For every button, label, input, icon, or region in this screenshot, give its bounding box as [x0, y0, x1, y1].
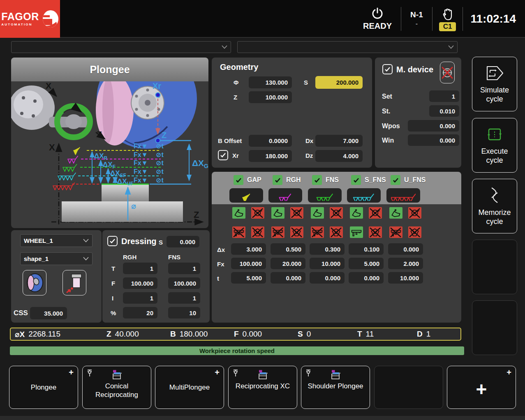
fns-dx-field[interactable]: 0.300 — [310, 243, 345, 255]
dresser-icon-button[interactable] — [62, 270, 86, 295]
dressing-t-label: T — [111, 265, 115, 272]
check-icon — [275, 178, 281, 183]
gap-checkbox[interactable] — [234, 175, 243, 185]
rgh-fx-field[interactable]: 20.000 — [271, 258, 305, 269]
s-field[interactable]: 200.000 — [315, 76, 363, 89]
cycle-button-plongee[interactable]: + Plongee — [9, 366, 78, 409]
u-fns-checkbox[interactable] — [391, 175, 400, 185]
program-select-combo[interactable] — [237, 41, 458, 53]
fns-gauge-off-button[interactable] — [330, 226, 343, 238]
chevron-down-icon — [83, 257, 89, 261]
xr-point-label: Xr — [153, 81, 161, 90]
u-fns-dx-field[interactable]: 0.000 — [388, 243, 423, 255]
s-fns-caliper-on-button[interactable] — [350, 226, 363, 238]
roughness-4-icon — [354, 194, 374, 201]
b-offset-field[interactable]: 0.0000 — [249, 135, 292, 147]
measuring-device-disabled-button[interactable] — [440, 62, 455, 83]
dressing-checkbox[interactable] — [107, 236, 118, 246]
passes-header: GAP RGH FNS S_FNS U_FNS — [212, 172, 461, 204]
shape-select-combo[interactable]: shape_1 — [20, 252, 93, 265]
fns-wheel-off-button[interactable] — [330, 207, 343, 219]
s-fns-symbol-button[interactable] — [347, 188, 381, 203]
xr-field[interactable]: 180.000 — [249, 150, 292, 162]
passes-panel: GAP RGH FNS S_FNS U_FNS — [212, 172, 461, 323]
rgh-gauge-off-button[interactable] — [290, 226, 303, 238]
z-field[interactable]: 100.000 — [249, 91, 292, 103]
wheel-select-combo[interactable]: WHEEL_1 — [20, 234, 93, 247]
gap-gauge-off-button[interactable] — [251, 226, 264, 238]
s-fns-dx-field[interactable]: 0.100 — [349, 243, 384, 255]
memorize-cycle-button[interactable]: Memorize cycle — [472, 179, 517, 233]
dx-field[interactable]: 7.000 — [315, 135, 363, 147]
css-field[interactable]: 35.000 — [30, 307, 67, 319]
cycle-select-combo[interactable] — [11, 41, 231, 53]
rgh-checkbox[interactable] — [273, 175, 282, 185]
wpos-field[interactable]: 0.000 — [408, 120, 459, 132]
s-fns-dresser-on-button[interactable] — [350, 207, 363, 219]
phi-field[interactable]: 130.000 — [249, 76, 292, 88]
axis-x-label: X — [49, 142, 55, 152]
cycle-button-multiplongee[interactable]: + MultiPlongee — [155, 366, 224, 409]
u-fns-symbol-button[interactable] — [386, 188, 420, 203]
fns-caliper-off-button[interactable] — [311, 226, 324, 238]
cycle-button-conical-reciprocating[interactable]: Conical Reciprocating — [82, 366, 151, 409]
win-field[interactable]: 0.000 — [408, 134, 459, 146]
gap-caliper-off-button[interactable] — [232, 226, 245, 238]
u-fns-t-field[interactable]: 10.000 — [388, 272, 423, 284]
st-field[interactable]: 0.010 — [429, 105, 459, 117]
cycle-button-shoulder-plongee[interactable]: Shoulder Plongee — [301, 366, 370, 409]
rgh-caliper-off-button[interactable] — [271, 226, 284, 238]
rgh-t-field[interactable]: 0.000 — [271, 272, 305, 284]
dressing-t-rgh-field[interactable]: 1 — [123, 263, 157, 274]
gap-wheel-off-button[interactable] — [251, 207, 264, 219]
wheel-icon-button[interactable] — [23, 270, 46, 295]
s-fns-wheel-off-button[interactable] — [369, 207, 382, 219]
roughness-rgh-icon — [68, 156, 78, 163]
gap-symbol-button[interactable] — [229, 188, 263, 203]
rgh-symbol-button[interactable] — [268, 188, 302, 203]
simulate-cycle-button[interactable]: Simulate cycle — [472, 57, 517, 111]
fns-checkbox[interactable] — [312, 175, 322, 185]
u-fns-wheel-off-button[interactable] — [408, 207, 421, 219]
fns-fx-field[interactable]: 10.000 — [310, 258, 345, 269]
dressing-pct-rgh-field[interactable]: 20 — [123, 307, 157, 318]
rgh-wheel-off-button[interactable] — [290, 207, 303, 219]
dressing-f-rgh-field[interactable]: 100.000 — [123, 277, 157, 289]
m-device-title: M. device — [396, 65, 433, 74]
s-fns-fx-field[interactable]: 5.000 — [349, 258, 384, 269]
jog-mode-indicator[interactable]: C1 — [432, 7, 463, 31]
xr-checkbox[interactable] — [218, 150, 228, 160]
fns-dresser-on-button[interactable] — [311, 207, 324, 219]
m-device-checkbox[interactable] — [382, 64, 393, 74]
z-position: Z40.000 — [106, 328, 139, 340]
gap-dresser-on-button[interactable] — [232, 207, 245, 219]
add-cycle-button[interactable]: + + — [447, 366, 516, 409]
rgh-dresser-on-button[interactable] — [271, 207, 284, 219]
dxsf-label: ΔXSF — [110, 169, 126, 178]
s-fns-t-field[interactable]: 0.000 — [349, 272, 384, 284]
dressing-i-fns-field[interactable]: 1 — [168, 292, 200, 304]
dressing-s-field[interactable]: 0.000 — [167, 236, 199, 247]
s-fns-gauge-off-button[interactable] — [369, 226, 382, 238]
fns-symbol-button[interactable] — [308, 188, 342, 203]
gap-dx-field[interactable]: 3.000 — [231, 243, 266, 255]
dz-label: Dz — [305, 152, 313, 159]
message-bar: Workpiece rotation speed — [10, 346, 464, 355]
u-fns-caliper-off-button[interactable] — [389, 226, 402, 238]
execute-cycle-button[interactable]: Execute cycle — [472, 118, 517, 173]
set-field[interactable]: 1 — [429, 90, 459, 102]
u-fns-fx-field[interactable]: 2.000 — [388, 258, 423, 269]
cycle-button-reciprocating-xc[interactable]: Reciprocating XC — [228, 366, 297, 409]
s-fns-checkbox[interactable] — [351, 175, 361, 185]
fns-t-field[interactable]: 0.000 — [310, 272, 345, 284]
u-fns-gauge-off-button[interactable] — [408, 226, 421, 238]
rgh-dx-field[interactable]: 0.500 — [271, 243, 305, 255]
dressing-pct-fns-field[interactable]: 10 — [168, 307, 200, 318]
dressing-t-fns-field[interactable]: 1 — [168, 263, 200, 274]
dz-field[interactable]: 4.000 — [315, 150, 363, 162]
u-fns-dresser-on-button[interactable] — [389, 207, 402, 219]
dressing-f-fns-field[interactable]: 100.000 — [168, 277, 200, 289]
gap-t-field[interactable]: 5.000 — [231, 272, 266, 284]
gap-fx-field[interactable]: 100.000 — [231, 258, 266, 269]
dressing-i-rgh-field[interactable]: 1 — [123, 292, 157, 304]
